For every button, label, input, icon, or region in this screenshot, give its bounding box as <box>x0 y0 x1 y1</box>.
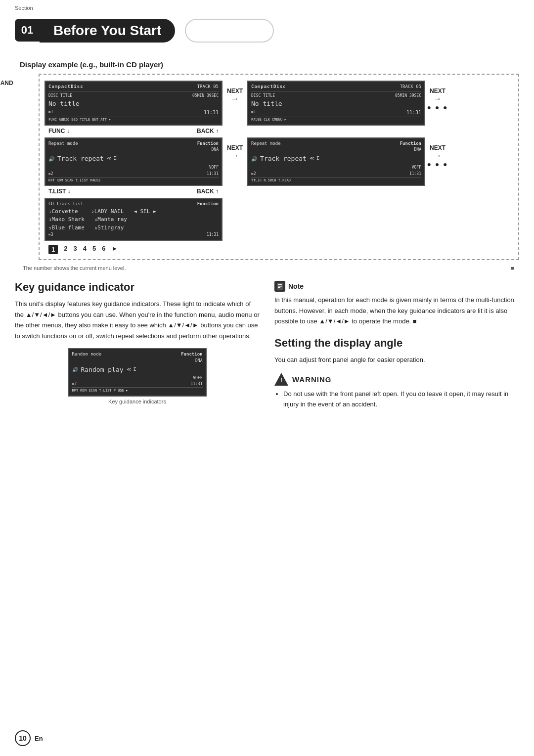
repeat-screen-1: Repeat mode Function DNA 🔊 Track repeat … <box>44 137 222 186</box>
note-box: Note In this manual, operation for each … <box>274 281 519 326</box>
warning-icon: ! <box>274 373 288 386</box>
svg-rect-3 <box>278 287 280 288</box>
cd-screen-2: CompactDisc TRACK 05 DISC TITLE 05MIN 39… <box>247 81 425 126</box>
track-repeat-1: Track repeat <box>57 154 104 164</box>
voff-1: VOFF <box>48 165 219 171</box>
tlist-label: T.LIST ↓ <box>48 188 71 195</box>
dna-2: DNA <box>251 147 421 153</box>
sel-control: ◄ SEL ► <box>134 208 156 215</box>
track-2: ₂LADY NAIL <box>91 208 124 215</box>
setting-display-body: You can adjust front panel angle for eas… <box>274 355 519 365</box>
clock-1: 11:31 <box>204 109 219 116</box>
section-label: Section <box>15 5 33 11</box>
language-label: En <box>35 735 43 742</box>
warning-list: Do not use with the front panel left ope… <box>274 389 519 410</box>
time-big-1: 05MIN 39SEC <box>192 93 219 98</box>
warning-label: WARNING <box>292 375 332 384</box>
next-label-2: NEXT → ● ● ● <box>425 81 450 111</box>
compact-disc-label-2: CompactDisc <box>251 84 286 90</box>
repeat-mode-2: Repeat mode <box>251 140 281 147</box>
menu-repeat-1: RPT RDM SCAN T.LIST PAUSE <box>48 177 219 183</box>
track-label-2: TRACK 05 <box>400 84 421 90</box>
random-screen-caption: Key guidance indicators <box>108 399 166 404</box>
clock-2: 11:31 <box>406 109 421 116</box>
level-2: 2 <box>64 245 67 254</box>
menu-repeat-2: TTLin R.5RCH T.READ <box>251 177 421 183</box>
track-repeat-2: Track repeat <box>260 154 307 164</box>
level-6: 6 <box>102 245 105 254</box>
level-active: 1 <box>48 245 58 254</box>
voff-2: VOFF <box>251 165 421 171</box>
back2-label: BACK ↑ <box>197 188 219 195</box>
warning-item-1: Do not use with the front panel left ope… <box>283 389 519 410</box>
dna-1: DNA <box>48 147 219 153</box>
time-big-2: 05MIN 39SEC <box>395 93 421 98</box>
back-label: BACK ↑ <box>197 128 219 134</box>
level-5: 5 <box>92 245 96 254</box>
warning-box: ! WARNING Do not use with the front pane… <box>274 373 519 410</box>
display-example-heading: Display example (e.g., built-in CD playe… <box>20 60 519 69</box>
random-mode-screen: Random mode Function DNA 🔊 Random play ≪… <box>68 348 207 397</box>
note-body: In this manual, operation for each mode … <box>274 295 519 326</box>
section-title: Before You Start <box>40 19 175 43</box>
next-label-4: NEXT → ● ● ● <box>425 137 450 168</box>
section-number: 01 <box>15 19 40 42</box>
display-caption: The number shows the current menu level. <box>23 265 126 271</box>
track-label-1: TRACK 05 <box>197 84 219 90</box>
cd-screen-1: CompactDisc TRACK 05 DISC TITLE 05MIN 39… <box>44 81 222 126</box>
menu-row-2: PAUSE CLK CMENU ► <box>251 117 421 123</box>
time-repeat-2: 11:31 <box>409 171 421 177</box>
function-random: Function <box>181 351 202 358</box>
cd-track-list-label: CD track list <box>48 201 83 208</box>
track-1: ₁Corvette <box>48 208 78 215</box>
random-play-label: Random play <box>81 365 124 375</box>
next-label-3: NEXT → <box>222 137 247 160</box>
time-repeat-1: 11:31 <box>207 171 219 177</box>
function-label-2: Function <box>400 141 421 146</box>
page-number-box <box>185 19 274 43</box>
disc-title-1: DISC TITLE <box>48 93 72 98</box>
func-label: FUNC ↓ <box>48 128 70 134</box>
random-mode-label: Random mode <box>72 351 102 358</box>
function-label-3: Function <box>197 201 219 208</box>
compact-disc-label-1: CompactDisc <box>48 84 84 90</box>
no-title-2: No title <box>251 100 282 107</box>
tracklist-screen: CD track list Function ₁Corvette ₂LADY N… <box>44 198 222 241</box>
time-tracklist: 11:31 <box>207 232 219 238</box>
track-3: ₃Mako Shark <box>48 216 85 222</box>
menu-random: RPT RDM SCAN T.LIST P USE ► <box>72 387 203 394</box>
svg-rect-2 <box>278 286 282 287</box>
repeat-mode-1: Repeat mode <box>48 140 78 147</box>
key-guidance-body: This unit's display features key guidanc… <box>15 299 260 341</box>
function-label-1: Function <box>197 141 219 146</box>
track-4: ₄Manta ray <box>94 216 127 222</box>
next-label-1: NEXT → <box>222 81 247 103</box>
band-label: BAND <box>0 80 13 87</box>
page-number: 10 <box>15 730 31 746</box>
no-title-1: No title <box>48 100 80 107</box>
time-random: 11:31 <box>190 381 202 387</box>
svg-rect-1 <box>278 284 282 285</box>
track-5: ₅Blue flame <box>48 224 85 231</box>
square-symbol: ■ <box>511 265 514 271</box>
dna-random: DNA <box>72 358 203 364</box>
voff-random: VOFF <box>72 375 203 381</box>
note-icon <box>274 281 285 292</box>
menu-row-1: FUNC AUDIO EEQ TITLE ENT ATT ► <box>48 117 219 123</box>
disc-title-2: DISC TITLE <box>251 93 275 98</box>
key-guidance-heading: Key guidance indicator <box>15 281 260 294</box>
level-4: 4 <box>83 245 87 254</box>
setting-display-heading: Setting the display angle <box>274 337 519 350</box>
track-6: ₆Stingray <box>94 224 124 231</box>
level-3: 3 <box>73 245 77 254</box>
note-label: Note <box>288 282 304 290</box>
repeat-screen-2: Repeat mode Function DNA 🔊 Track repeat … <box>247 137 425 186</box>
